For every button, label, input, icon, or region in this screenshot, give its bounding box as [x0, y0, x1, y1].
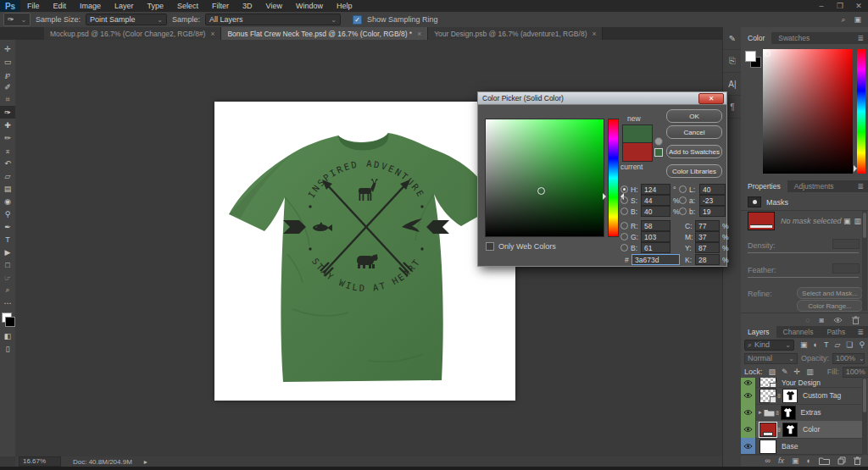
radio-a[interactable] — [679, 196, 687, 204]
b-input[interactable]: 40 — [641, 206, 670, 217]
layer-name[interactable]: Your Design — [782, 379, 821, 387]
radio-l[interactable] — [679, 185, 687, 193]
rectangle-tool[interactable]: □ — [0, 258, 15, 271]
panel-menu-icon[interactable]: ≣ — [857, 326, 864, 338]
l-input[interactable]: 40 — [699, 184, 726, 195]
ok-button[interactable]: OK — [666, 109, 722, 123]
menu-edit[interactable]: Edit — [47, 0, 74, 12]
feather-slider[interactable] — [748, 277, 859, 278]
radio-h[interactable] — [620, 185, 628, 193]
layer-mask-thumbnail[interactable] — [782, 389, 798, 403]
history-brush-tool[interactable]: ↶ — [0, 157, 15, 169]
layer-style-icon[interactable]: fx — [778, 456, 784, 465]
layer-row-color[interactable]: ∞ Color — [741, 421, 863, 439]
close-icon[interactable]: × — [417, 30, 421, 38]
tab-your-design[interactable]: Your Design.psb @ 16.7% (adventure1, RGB… — [428, 27, 603, 40]
radio-b2[interactable] — [620, 244, 628, 252]
tab-layers[interactable]: Layers — [741, 326, 776, 338]
type-tool[interactable]: T — [0, 233, 15, 246]
new-layer-icon[interactable] — [837, 456, 846, 465]
path-selection-tool[interactable]: ▶ — [0, 246, 15, 258]
k-input[interactable]: 28 — [695, 254, 720, 265]
panel-menu-icon[interactable]: ≣ — [857, 32, 864, 44]
opacity-select[interactable]: 100% ⌄ — [832, 353, 865, 364]
search-icon[interactable]: ⌕ — [841, 15, 845, 25]
density-slider[interactable] — [748, 252, 859, 253]
properties-scrollbar[interactable] — [862, 211, 867, 311]
blend-mode-select[interactable]: Normal ⌄ — [744, 353, 798, 364]
filter-image-icon[interactable]: ▣ — [800, 340, 808, 349]
lasso-tool[interactable]: ℘ — [0, 68, 15, 80]
layers-scrollbar[interactable] — [862, 377, 867, 455]
color-saturation-field[interactable] — [763, 49, 853, 174]
color-hue-slider[interactable] — [857, 49, 865, 174]
layer-name[interactable]: Base — [782, 442, 798, 451]
blur-tool[interactable]: ◉ — [0, 195, 15, 207]
menu-image[interactable]: Image — [73, 0, 108, 12]
load-selection-icon[interactable]: ◌ — [805, 316, 810, 324]
fill-select[interactable]: 100% ⌄ — [843, 367, 868, 378]
brush-tool[interactable]: ✏ — [0, 131, 15, 144]
filter-pin-icon[interactable]: ⚲ — [859, 340, 865, 349]
color-range-button[interactable]: Color Range... — [797, 300, 863, 312]
clone-stamp-tool[interactable]: ⌅ — [0, 144, 15, 157]
edit-toolbar-icon[interactable]: ⋯ — [0, 296, 15, 309]
foreground-background-swatches[interactable] — [0, 312, 15, 329]
mask-link-icon[interactable]: ∞ — [775, 410, 781, 416]
tab-adjustments[interactable]: Adjustments — [787, 180, 841, 192]
lab-b-input[interactable]: 19 — [699, 206, 726, 217]
minimize-icon[interactable]: – — [812, 0, 831, 12]
gamut-warning-icon[interactable] — [654, 137, 663, 146]
move-tool[interactable]: ✛ — [0, 42, 15, 55]
layer-name[interactable]: Custom Tag — [803, 391, 841, 400]
only-web-colors-checkbox[interactable] — [486, 242, 494, 251]
quick-mask-button[interactable]: ◧ — [0, 329, 15, 342]
menu-select[interactable]: Select — [170, 0, 205, 12]
s-input[interactable]: 44 — [641, 195, 670, 206]
chevron-right-icon[interactable]: ▸ — [144, 458, 147, 466]
lock-artboard-icon[interactable]: ▥ — [806, 368, 814, 376]
layer-row-extras[interactable]: ▸ ∞ Extras — [741, 404, 863, 422]
filter-shape-icon[interactable]: ▱ — [834, 340, 840, 349]
marquee-tool[interactable]: ▭ — [0, 55, 15, 68]
fill-layer-thumbnail[interactable] — [760, 423, 776, 437]
cancel-button[interactable]: Cancel — [666, 125, 722, 139]
clone-source-icon[interactable]: ⎘ — [723, 50, 742, 73]
foreground-color-swatch[interactable] — [745, 51, 756, 62]
sample-size-select[interactable]: Point Sample ⌄ — [86, 14, 167, 25]
saturation-brightness-field[interactable] — [485, 119, 604, 237]
eye-icon[interactable] — [741, 387, 756, 404]
y-input[interactable]: 87 — [695, 242, 720, 253]
close-icon[interactable]: × — [592, 30, 596, 38]
layer-name[interactable]: Color — [803, 425, 820, 434]
layer-mask-thumbnail[interactable] — [781, 406, 796, 420]
menu-type[interactable]: Type — [141, 0, 171, 12]
select-and-mask-button[interactable]: Select and Mask... — [797, 287, 863, 299]
tab-mockup[interactable]: Mockup.psd @ 16.7% (Color Change2, RGB/8… — [44, 27, 221, 40]
color-libraries-button[interactable]: Color Libraries — [666, 164, 722, 178]
add-pixel-mask-icon[interactable]: ▣ — [843, 217, 851, 225]
h-input[interactable]: 124 — [641, 184, 670, 195]
add-vector-mask-icon[interactable]: ▥ — [854, 217, 861, 225]
layer-thumbnail[interactable] — [760, 440, 776, 454]
filter-type-icon[interactable]: T — [824, 340, 829, 349]
close-icon[interactable]: ✕ — [849, 0, 868, 12]
eye-icon[interactable] — [833, 317, 843, 323]
filter-adjustment-icon[interactable]: ◐ — [813, 340, 817, 349]
radio-s[interactable] — [620, 196, 628, 204]
close-icon[interactable]: × — [210, 30, 214, 38]
eyedropper-tool[interactable]: ✑ — [0, 106, 15, 119]
add-to-swatches-button[interactable]: Add to Swatches — [666, 145, 722, 158]
menu-filter[interactable]: Filter — [205, 0, 236, 12]
background-color-swatch[interactable] — [5, 317, 15, 327]
menu-window[interactable]: Window — [289, 0, 330, 12]
sample-select[interactable]: All Layers ⌄ — [205, 14, 341, 25]
link-layers-icon[interactable]: ∞ — [765, 456, 771, 465]
radio-g[interactable] — [620, 233, 628, 241]
fill-layer-thumbnail[interactable] — [748, 212, 775, 230]
trash-icon[interactable] — [854, 456, 861, 465]
lock-paint-icon[interactable]: ✎ — [782, 368, 788, 376]
zoom-tool[interactable]: ⌕ — [0, 284, 15, 296]
mask-link-icon[interactable]: ∞ — [776, 427, 782, 433]
layer-mask-thumbnail[interactable] — [782, 423, 798, 437]
